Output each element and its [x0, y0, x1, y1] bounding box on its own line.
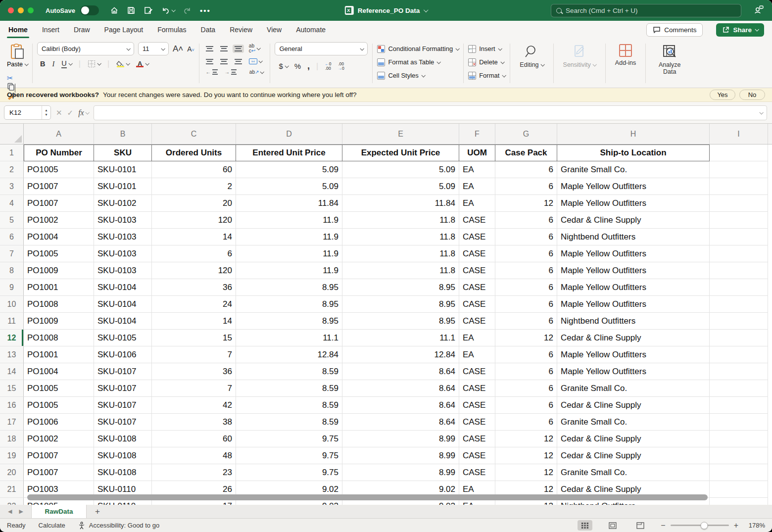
cell-G7[interactable]: 6: [495, 245, 557, 262]
cell-G5[interactable]: 6: [495, 212, 557, 229]
cell-C13[interactable]: 7: [152, 346, 236, 363]
cell-F19[interactable]: CASE: [459, 447, 495, 464]
cell-I9[interactable]: [710, 279, 768, 296]
cell-E9[interactable]: 8.95: [342, 279, 459, 296]
normal-view-button[interactable]: [578, 520, 592, 531]
cell-F1[interactable]: UOM: [459, 145, 495, 161]
cell-F8[interactable]: CASE: [459, 262, 495, 279]
presence-icon[interactable]: [753, 5, 764, 17]
cell-C5[interactable]: 120: [152, 212, 236, 229]
cell-C10[interactable]: 24: [152, 296, 236, 313]
column-header-H[interactable]: H: [557, 124, 710, 144]
percent-format-button[interactable]: %: [294, 62, 301, 70]
cell-styles-button[interactable]: Cell Styles: [377, 69, 459, 82]
cell-I6[interactable]: [710, 229, 768, 245]
row-header-16[interactable]: 16: [0, 397, 24, 414]
cell-H18[interactable]: Cedar & Cline Supply: [557, 431, 710, 447]
previous-sheet-icon[interactable]: ◀: [8, 508, 12, 515]
cell-H13[interactable]: Maple Yellow Outfitters: [557, 346, 710, 363]
name-box[interactable]: K12 ▲▼: [4, 105, 51, 120]
row-header-1[interactable]: 1: [0, 145, 24, 161]
cell-H20[interactable]: Granite Small Co.: [557, 464, 710, 481]
cell-H14[interactable]: Maple Yellow Outfitters: [557, 363, 710, 380]
zoom-window-button[interactable]: [28, 7, 34, 13]
cell-B8[interactable]: SKU-0103: [94, 262, 152, 279]
cell-F3[interactable]: EA: [459, 178, 495, 195]
confirm-entry-icon[interactable]: ✓: [67, 108, 74, 117]
cell-E2[interactable]: 5.09: [342, 161, 459, 178]
cell-A13[interactable]: PO1001: [24, 346, 94, 363]
cell-C6[interactable]: 14: [152, 229, 236, 245]
cell-G10[interactable]: 6: [495, 296, 557, 313]
cell-D8[interactable]: 11.9: [236, 262, 342, 279]
cell-F15[interactable]: CASE: [459, 380, 495, 397]
tab-automate[interactable]: Automate: [295, 25, 326, 35]
row-header-19[interactable]: 19: [0, 447, 24, 464]
editing-button[interactable]: Editing: [515, 42, 548, 85]
cell-A14[interactable]: PO1004: [24, 363, 94, 380]
cell-C11[interactable]: 14: [152, 313, 236, 330]
row-header-11[interactable]: 11: [0, 313, 24, 330]
cell-A17[interactable]: PO1006: [24, 414, 94, 431]
formula-input[interactable]: [98, 109, 760, 116]
cell-A6[interactable]: PO1004: [24, 229, 94, 245]
cell-B18[interactable]: SKU-0108: [94, 431, 152, 447]
cell-I15[interactable]: [710, 380, 768, 397]
row-header-12[interactable]: 12: [0, 330, 24, 346]
wrap-text-button[interactable]: abc↩: [247, 42, 262, 55]
cell-I14[interactable]: [710, 363, 768, 380]
cell-D9[interactable]: 8.95: [236, 279, 342, 296]
zoom-percentage[interactable]: 178%: [743, 522, 765, 529]
cell-B3[interactable]: SKU-0101: [94, 178, 152, 195]
cell-I10[interactable]: [710, 296, 768, 313]
font-size-select[interactable]: 11: [138, 42, 169, 55]
search-input[interactable]: Search (Cmd + Ctrl + U): [551, 4, 741, 17]
cell-C15[interactable]: 7: [152, 380, 236, 397]
borders-button[interactable]: [88, 60, 100, 68]
next-sheet-icon[interactable]: ▶: [19, 508, 23, 515]
cell-C1[interactable]: Ordered Units: [152, 145, 236, 161]
cell-B7[interactable]: SKU-0103: [94, 245, 152, 262]
tab-view[interactable]: View: [266, 25, 282, 35]
cell-H17[interactable]: Granite Small Co.: [557, 414, 710, 431]
decrease-font-size-button[interactable]: A˅: [187, 45, 194, 53]
analyze-data-button[interactable]: Analyze Data: [650, 42, 689, 85]
cell-A1[interactable]: PO Number: [24, 145, 94, 161]
cell-C14[interactable]: 36: [152, 363, 236, 380]
cell-G15[interactable]: 6: [495, 380, 557, 397]
cell-E10[interactable]: 8.95: [342, 296, 459, 313]
cell-B16[interactable]: SKU-0107: [94, 397, 152, 414]
cell-F7[interactable]: CASE: [459, 245, 495, 262]
addins-button[interactable]: Add-ins: [610, 42, 641, 85]
cell-B19[interactable]: SKU-0108: [94, 447, 152, 464]
cell-D19[interactable]: 9.75: [236, 447, 342, 464]
cell-E11[interactable]: 8.95: [342, 313, 459, 330]
comments-button[interactable]: Comments: [646, 23, 703, 37]
tab-review[interactable]: Review: [229, 25, 253, 35]
cell-D13[interactable]: 12.84: [236, 346, 342, 363]
cell-D14[interactable]: 8.59: [236, 363, 342, 380]
cell-E19[interactable]: 8.99: [342, 447, 459, 464]
cell-A8[interactable]: PO1009: [24, 262, 94, 279]
cell-H19[interactable]: Cedar & Cline Supply: [557, 447, 710, 464]
cell-H15[interactable]: Granite Small Co.: [557, 380, 710, 397]
cell-F14[interactable]: CASE: [459, 363, 495, 380]
row-header-15[interactable]: 15: [0, 380, 24, 397]
font-name-select[interactable]: Calibri (Body): [37, 42, 134, 55]
cell-C7[interactable]: 6: [152, 245, 236, 262]
cell-B11[interactable]: SKU-0104: [94, 313, 152, 330]
cell-A3[interactable]: PO1007: [24, 178, 94, 195]
cell-F20[interactable]: CASE: [459, 464, 495, 481]
increase-indent-button[interactable]: →: [223, 68, 239, 76]
cell-B15[interactable]: SKU-0107: [94, 380, 152, 397]
insert-cells-button[interactable]: Insert: [468, 42, 505, 55]
share-button[interactable]: Share: [716, 23, 764, 37]
cell-C19[interactable]: 48: [152, 447, 236, 464]
cell-G6[interactable]: 6: [495, 229, 557, 245]
cell-C2[interactable]: 60: [152, 161, 236, 178]
redo-button[interactable]: [183, 6, 192, 15]
sheet-tab-rawdata[interactable]: RawData: [31, 505, 87, 518]
column-header-C[interactable]: C: [152, 124, 236, 144]
cell-I5[interactable]: [710, 212, 768, 229]
cell-A2[interactable]: PO1005: [24, 161, 94, 178]
